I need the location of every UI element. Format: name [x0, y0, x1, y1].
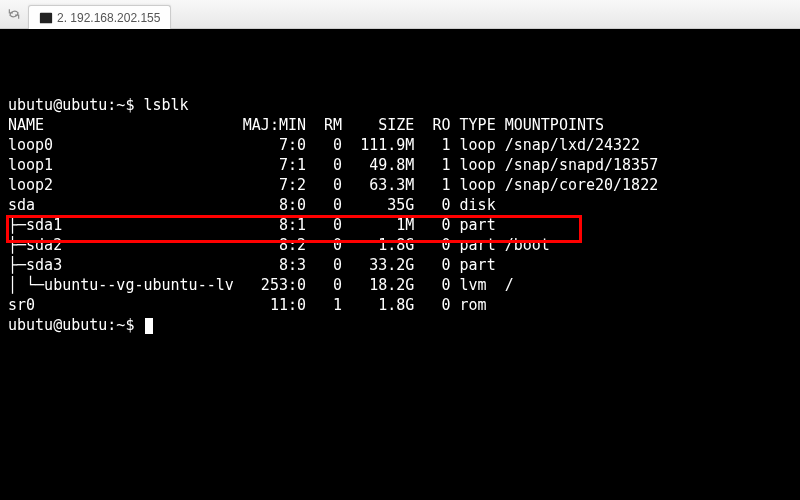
table-header: NAME MAJ:MIN RM SIZE RO TYPE MOUNTPOINTS [8, 115, 792, 135]
svg-rect-0 [40, 12, 52, 23]
table-row: │ └─ubuntu--vg-ubuntu--lv 253:0 0 18.2G … [8, 275, 792, 295]
prompt-line: ubutu@ubutu:~$ lsblk [8, 95, 792, 115]
table-row: sda 8:0 0 35G 0 disk [8, 195, 792, 215]
table-row: ├─sda2 8:2 0 1.8G 0 part /boot [8, 235, 792, 255]
table-row: loop0 7:0 0 111.9M 1 loop /snap/lxd/2432… [8, 135, 792, 155]
prompt-line[interactable]: ubutu@ubutu:~$ [8, 315, 792, 335]
refresh-icon[interactable] [6, 6, 22, 22]
table-row: loop2 7:2 0 63.3M 1 loop /snap/core20/18… [8, 175, 792, 195]
terminal[interactable]: ubutu@ubutu:~$ lsblkNAME MAJ:MIN RM SIZE… [0, 29, 800, 500]
terminal-icon [39, 11, 53, 25]
titlebar: 2. 192.168.202.155 [0, 0, 800, 29]
table-row: sr0 11:0 1 1.8G 0 rom [8, 295, 792, 315]
cursor [145, 318, 153, 334]
table-row: ├─sda3 8:3 0 33.2G 0 part [8, 255, 792, 275]
tab[interactable]: 2. 192.168.202.155 [28, 5, 171, 30]
table-row: loop1 7:1 0 49.8M 1 loop /snap/snapd/183… [8, 155, 792, 175]
tab-label: 2. 192.168.202.155 [57, 11, 160, 25]
window: 2. 192.168.202.155 ubutu@ubutu:~$ lsblkN… [0, 0, 800, 500]
table-row: ├─sda1 8:1 0 1M 0 part [8, 215, 792, 235]
